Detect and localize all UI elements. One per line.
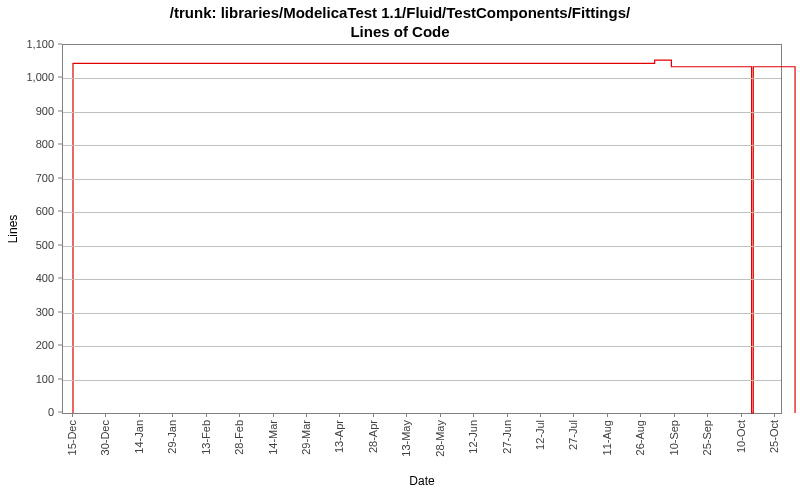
x-tick-label: 25-Sep	[701, 420, 713, 455]
x-tick-label: 13-May	[400, 420, 412, 457]
title-line-2: Lines of Code	[350, 23, 449, 40]
x-tick-mark	[707, 413, 708, 417]
y-tick-label: 1,000	[26, 71, 54, 83]
y-axis-labels: 01002003004005006007008009001,0001,100	[0, 44, 58, 414]
x-tick-label: 14-Jan	[133, 420, 145, 454]
series-line	[73, 60, 795, 413]
x-tick-mark	[507, 413, 508, 417]
x-tick-label: 15-Dec	[66, 420, 78, 455]
grid-line	[63, 246, 781, 247]
x-tick-mark	[373, 413, 374, 417]
grid-line	[63, 179, 781, 180]
x-tick-mark	[406, 413, 407, 417]
x-tick-mark	[139, 413, 140, 417]
y-tick-label: 200	[36, 339, 54, 351]
grid-line	[63, 145, 781, 146]
x-tick-mark	[239, 413, 240, 417]
x-tick-mark	[306, 413, 307, 417]
x-tick-label: 13-Feb	[200, 420, 212, 455]
x-tick-mark	[774, 413, 775, 417]
y-tick-label: 800	[36, 138, 54, 150]
x-tick-mark	[172, 413, 173, 417]
y-tick-label: 600	[36, 205, 54, 217]
x-tick-label: 14-Mar	[267, 420, 279, 455]
x-tick-label: 29-Jan	[166, 420, 178, 454]
x-tick-mark	[72, 413, 73, 417]
y-tick-label: 1,100	[26, 38, 54, 50]
x-tick-mark	[741, 413, 742, 417]
x-tick-label: 12-Jun	[467, 420, 479, 454]
chart-title: /trunk: libraries/ModelicaTest 1.1/Fluid…	[0, 4, 800, 42]
grid-line	[63, 346, 781, 347]
x-tick-mark	[273, 413, 274, 417]
x-tick-label: 28-May	[434, 420, 446, 457]
grid-line	[63, 112, 781, 113]
title-line-1: /trunk: libraries/ModelicaTest 1.1/Fluid…	[170, 4, 630, 21]
x-tick-label: 27-Jul	[567, 420, 579, 450]
x-tick-label: 12-Jul	[534, 420, 546, 450]
x-tick-mark	[640, 413, 641, 417]
x-tick-mark	[573, 413, 574, 417]
grid-line	[63, 313, 781, 314]
x-tick-mark	[339, 413, 340, 417]
data-line	[63, 45, 781, 413]
x-tick-mark	[473, 413, 474, 417]
chart-container: /trunk: libraries/ModelicaTest 1.1/Fluid…	[0, 0, 800, 500]
y-tick-label: 100	[36, 373, 54, 385]
x-tick-label: 26-Aug	[634, 420, 646, 455]
x-tick-mark	[440, 413, 441, 417]
grid-line	[63, 212, 781, 213]
x-axis-title: Date	[62, 474, 782, 488]
y-tick-label: 300	[36, 306, 54, 318]
x-tick-label: 11-Aug	[601, 420, 613, 455]
grid-line	[63, 279, 781, 280]
x-tick-mark	[607, 413, 608, 417]
plot-area	[62, 44, 782, 414]
y-tick-label: 400	[36, 272, 54, 284]
grid-line	[63, 78, 781, 79]
y-tick-label: 900	[36, 105, 54, 117]
y-tick-label: 500	[36, 239, 54, 251]
x-tick-label: 13-Apr	[333, 420, 345, 453]
x-tick-label: 25-Oct	[768, 420, 780, 453]
x-tick-mark	[206, 413, 207, 417]
x-tick-label: 28-Feb	[233, 420, 245, 455]
x-tick-label: 10-Oct	[735, 420, 747, 453]
y-tick-label: 0	[48, 406, 54, 418]
grid-line	[63, 380, 781, 381]
x-tick-mark	[105, 413, 106, 417]
y-tick-label: 700	[36, 172, 54, 184]
x-tick-label: 27-Jun	[501, 420, 513, 454]
x-tick-label: 30-Dec	[99, 420, 111, 455]
x-tick-label: 29-Mar	[300, 420, 312, 455]
x-tick-label: 10-Sep	[668, 420, 680, 455]
x-tick-mark	[674, 413, 675, 417]
x-tick-mark	[540, 413, 541, 417]
x-tick-label: 28-Apr	[367, 420, 379, 453]
